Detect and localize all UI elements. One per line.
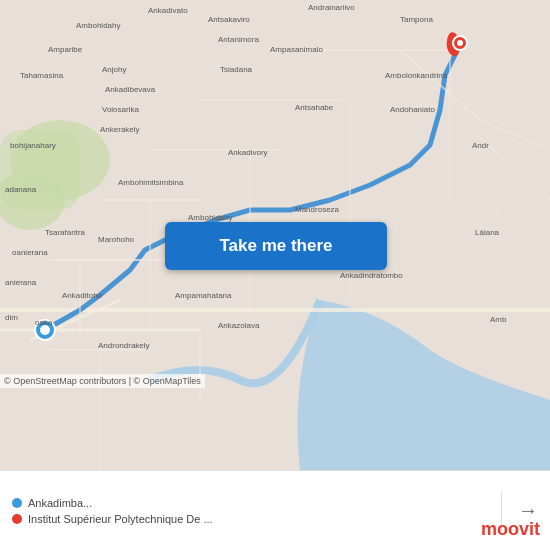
- svg-text:Ankadibevava: Ankadibevava: [105, 85, 156, 94]
- svg-text:Ankerakely: Ankerakely: [100, 125, 140, 134]
- svg-text:Ambohidahy: Ambohidahy: [188, 213, 232, 222]
- svg-text:Ankaditoho: Ankaditoho: [62, 291, 103, 300]
- svg-text:Làlana: Làlana: [475, 228, 500, 237]
- svg-text:Ankazolava: Ankazolava: [218, 321, 260, 330]
- origin-label: Ankadimba...: [28, 497, 92, 509]
- destination-label: Institut Supérieur Polytechnique De ...: [28, 513, 213, 525]
- svg-text:Tahamasina: Tahamasina: [20, 71, 64, 80]
- svg-text:bohijanahary: bohijanahary: [10, 141, 56, 150]
- svg-text:Androndrakely: Androndrakely: [98, 341, 150, 350]
- destination-dot-icon: [12, 514, 22, 524]
- take-me-there-button[interactable]: Take me there: [165, 222, 387, 270]
- svg-text:oaka: oaka: [35, 318, 53, 327]
- svg-text:Tsarafaritra: Tsarafaritra: [45, 228, 86, 237]
- svg-text:Marohoho: Marohoho: [98, 235, 135, 244]
- map-attribution: © OpenStreetMap contributors | © OpenMap…: [0, 374, 205, 388]
- moovit-logo: moovit: [481, 519, 540, 540]
- svg-text:Ampasanimalo: Ampasanimalo: [270, 45, 323, 54]
- attribution-text: © OpenStreetMap contributors | © OpenMap…: [4, 376, 201, 386]
- svg-text:Anjohy: Anjohy: [102, 65, 126, 74]
- destination-row: Institut Supérieur Polytechnique De ...: [12, 513, 485, 525]
- svg-text:anierana: anierana: [5, 278, 37, 287]
- svg-text:Ambohimitsimbina: Ambohimitsimbina: [118, 178, 184, 187]
- bottom-bar: Ankadimba... Institut Supérieur Polytech…: [0, 470, 550, 550]
- origin-row: Ankadimba...: [12, 497, 485, 509]
- svg-text:dim: dim: [5, 313, 18, 322]
- svg-text:Ankadivato: Ankadivato: [148, 6, 188, 15]
- svg-text:Antsakaviro: Antsakaviro: [208, 15, 250, 24]
- moovit-logo-text: moovit: [481, 519, 540, 540]
- svg-text:Tampona: Tampona: [400, 15, 433, 24]
- svg-text:Andohaniato: Andohaniato: [390, 105, 435, 114]
- svg-point-27: [457, 40, 463, 46]
- origin-destination: Ankadimba... Institut Supérieur Polytech…: [12, 497, 485, 525]
- svg-text:Antsahabe: Antsahabe: [295, 103, 334, 112]
- svg-text:oanierana: oanierana: [12, 248, 48, 257]
- route-info: Ankadimba... Institut Supérieur Polytech…: [12, 491, 538, 531]
- svg-text:Ankadivory: Ankadivory: [228, 148, 268, 157]
- svg-text:Ankadindratombo: Ankadindratombo: [340, 271, 403, 280]
- svg-text:Volosarika: Volosarika: [102, 105, 139, 114]
- app-container: Ankadivato Antsakaviro Andrainariivo Tam…: [0, 0, 550, 550]
- svg-text:Ampamahatana: Ampamahatana: [175, 291, 232, 300]
- svg-text:adanana: adanana: [5, 185, 37, 194]
- svg-text:Tsiadana: Tsiadana: [220, 65, 253, 74]
- svg-text:Antanimora: Antanimora: [218, 35, 259, 44]
- svg-text:Andrainariivo: Andrainariivo: [308, 3, 355, 12]
- origin-dot-icon: [12, 498, 22, 508]
- svg-text:Mandroseza: Mandroseza: [295, 205, 340, 214]
- svg-text:Ambolonkandrina: Ambolonkandrina: [385, 71, 448, 80]
- svg-text:Andr: Andr: [472, 141, 489, 150]
- svg-text:Amparibe: Amparibe: [48, 45, 83, 54]
- svg-text:Amb: Amb: [490, 315, 507, 324]
- map-area: Ankadivato Antsakaviro Andrainariivo Tam…: [0, 0, 550, 470]
- svg-text:Ambohidahy: Ambohidahy: [76, 21, 120, 30]
